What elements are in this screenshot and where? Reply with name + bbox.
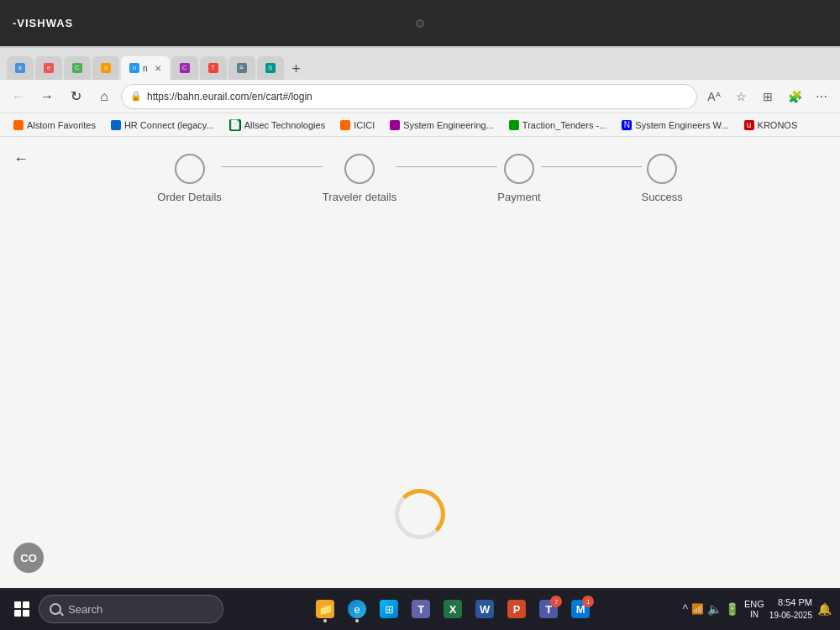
bookmark-kronos[interactable]: u KRONOS <box>738 116 805 134</box>
lock-icon: 🔒 <box>130 91 142 102</box>
read-aloud-button[interactable]: Aᴬ <box>702 85 726 108</box>
step-traveler-details: Traveler details <box>323 154 396 203</box>
bookmark-icon-traction <box>509 120 519 130</box>
address-bar[interactable]: 🔒 https://bahn.eurail.com/en/cart#/login <box>121 84 697 109</box>
speaker-icon[interactable]: 🔈 <box>707 602 722 616</box>
taskbar-search-icon <box>50 603 61 615</box>
bookmark-traction[interactable]: Traction_Tenders -... <box>502 116 613 134</box>
back-arrow-icon: ← <box>13 150 29 168</box>
bookmark-label-alstom: Alstom Favorites <box>27 120 96 130</box>
checkout-stepper: Order Details Traveler details Payment S… <box>0 137 840 203</box>
tab-favicon-a: a <box>101 63 111 73</box>
taskbar-icon-teams[interactable]: T <box>406 594 436 624</box>
notification-bell-icon[interactable]: 🔔 <box>817 602 832 616</box>
step-order-details: Order Details <box>157 154 222 203</box>
win-logo-sq-2 <box>23 601 29 608</box>
tab-favicon-active: n <box>129 63 139 73</box>
tab-favicon-e: e <box>44 63 54 73</box>
tab-close-active[interactable]: ✕ <box>155 64 161 73</box>
taskbar-search[interactable]: Search <box>39 595 223 623</box>
bookmark-icon-alstom <box>13 120 24 130</box>
step-label-order: Order Details <box>157 191 222 203</box>
bookmark-icon-hr <box>111 120 121 130</box>
taskbar-icon-store[interactable]: ⊞ <box>374 594 404 624</box>
tab-favicon-t: T <box>208 63 218 73</box>
bookmark-icon-syseng <box>390 120 400 130</box>
tray-chevron[interactable]: ^ <box>682 602 688 616</box>
tab-s[interactable]: S <box>257 56 284 80</box>
webcam <box>416 19 424 28</box>
bookmark-label-traction: Traction_Tenders -... <box>522 120 606 130</box>
taskbar-icon-word[interactable]: W <box>470 594 500 624</box>
bookmark-alstom[interactable]: Alstom Favorites <box>7 116 102 134</box>
bookmark-hr[interactable]: HR Connect (legacy... <box>104 116 221 134</box>
explorer-running-dot <box>323 619 327 622</box>
bookmark-sysengw[interactable]: N System Engineers W... <box>615 116 735 134</box>
edge-icon: e <box>348 600 366 618</box>
bookmark-allsec[interactable]: 📄 Allsec Technologies <box>223 116 332 134</box>
windows-logo <box>14 601 29 617</box>
word-icon: W <box>475 600 494 618</box>
taskbar-icon-teams-badge[interactable]: T 7 <box>533 594 564 624</box>
refresh-button[interactable]: ↻ <box>64 85 87 108</box>
network-icon[interactable]: 📶 <box>691 603 704 615</box>
tab-a[interactable]: a <box>92 56 119 80</box>
back-button[interactable]: ← <box>7 85 30 108</box>
tab-c2[interactable]: C <box>171 56 198 80</box>
taskbar-search-text: Search <box>68 603 102 616</box>
extensions-button[interactable]: 🧩 <box>783 85 806 108</box>
tab-k[interactable]: k <box>7 56 34 80</box>
powerpoint-icon: P <box>507 600 526 618</box>
win-logo-sq-1 <box>14 601 21 608</box>
tab-favicon-c1: C <box>72 63 82 73</box>
start-button[interactable] <box>8 596 35 622</box>
tab-active[interactable]: n n ✕ <box>121 56 170 80</box>
tab-menu[interactable]: ≡ <box>228 56 255 80</box>
loading-spinner-container <box>395 489 445 539</box>
taskbar-app-icons: 📁 e ⊞ T X W P T 7 M 1 <box>227 594 679 624</box>
taskbar-icon-explorer[interactable]: 📁 <box>310 594 340 624</box>
taskbar-icon-powerpoint[interactable]: P <box>501 594 532 624</box>
battery-icon[interactable]: 🔋 <box>725 602 739 616</box>
clock-time: 8:54 PM <box>769 596 812 609</box>
bookmark-icon-kronos: u <box>744 120 754 130</box>
bookmark-label-allsec: Allsec Technologies <box>244 120 325 130</box>
webpage-content: ← Order Details Traveler details Payment… <box>0 137 840 590</box>
webpage-back-arrow[interactable]: ← <box>13 150 29 168</box>
user-avatar[interactable]: CO <box>13 543 44 573</box>
taskbar-icon-edge[interactable]: e <box>342 594 372 624</box>
loading-spinner <box>395 489 445 539</box>
tab-e[interactable]: e <box>35 56 62 80</box>
home-button[interactable]: ⌂ <box>92 85 116 108</box>
step-circle-success <box>647 154 677 184</box>
taskbar-icon-outlook[interactable]: M 1 <box>565 594 596 624</box>
step-label-success: Success <box>642 191 683 203</box>
excel-icon: X <box>444 600 462 618</box>
browser-tabs: k e C a n n ✕ C T ≡ S + <box>0 48 840 80</box>
taskbar-icon-excel[interactable]: X <box>438 594 468 624</box>
sys-tray-icons: ^ 📶 🔈 🔋 <box>682 602 739 616</box>
teams-badge-count: 7 <box>550 596 562 607</box>
win-logo-sq-4 <box>23 610 29 617</box>
browser-toolbar: ← → ↻ ⌂ 🔒 https://bahn.eurail.com/en/car… <box>0 80 840 113</box>
win-logo-sq-3 <box>14 610 21 617</box>
collections-button[interactable]: ⊞ <box>756 85 780 108</box>
step-circle-order <box>175 154 205 184</box>
step-line-1 <box>222 166 323 167</box>
user-avatar-initials: CO <box>20 552 37 564</box>
outlook-badge-count: 1 <box>582 596 594 607</box>
more-button[interactable]: ⋯ <box>810 85 833 108</box>
bookmarks-bar: Alstom Favorites HR Connect (legacy... 📄… <box>0 113 840 137</box>
favorites-button[interactable]: ☆ <box>729 85 753 108</box>
tab-t[interactable]: T <box>200 56 227 80</box>
tab-favicon-menu: ≡ <box>237 63 247 73</box>
edge-running-dot <box>355 619 359 622</box>
bookmark-syseng[interactable]: System Engineering... <box>383 116 501 134</box>
step-payment: Payment <box>497 154 540 203</box>
bookmark-icici[interactable]: ICICI <box>333 116 381 134</box>
explorer-icon: 📁 <box>316 600 334 618</box>
tab-c1[interactable]: C <box>64 56 91 80</box>
bookmark-label-syseng: System Engineering... <box>403 120 494 130</box>
new-tab-button[interactable]: + <box>286 58 307 80</box>
forward-button[interactable]: → <box>35 85 59 108</box>
